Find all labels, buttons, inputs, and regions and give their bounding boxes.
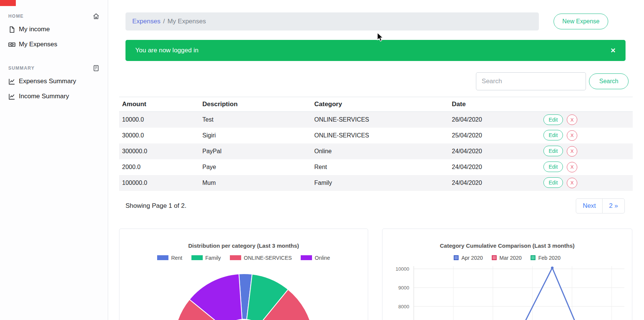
sidebar-header-home: HOME: [8, 13, 99, 20]
edit-button[interactable]: Edit: [543, 130, 563, 140]
cell-date: 24/04/2020: [449, 175, 540, 191]
sidebar: HOME My income My Expenses SUMMARY: [0, 0, 108, 320]
legend-label: Apr 2020: [461, 255, 483, 261]
legend-label: Mar 2020: [499, 255, 522, 261]
row-actions: EditX: [540, 112, 633, 128]
row-actions: EditX: [540, 143, 633, 159]
doughnut-chart: [119, 264, 368, 320]
breadcrumb-current: My Expenses: [167, 18, 206, 25]
money-icon: [8, 41, 15, 48]
alert-close-icon[interactable]: ✕: [610, 47, 616, 55]
col-header-actions: [540, 97, 633, 112]
legend-swatch: [230, 255, 241, 260]
new-expense-button[interactable]: New Expense: [554, 14, 608, 29]
sidebar-header-summary: SUMMARY: [8, 65, 99, 72]
legend-swatch: [191, 255, 203, 260]
edit-button[interactable]: Edit: [543, 177, 563, 188]
cell-category: ONLINE-SERVICES: [311, 128, 449, 143]
sidebar-item-label: Expenses Summary: [19, 78, 76, 85]
legend-item-ONLINE-SERVICES[interactable]: ONLINE-SERVICES: [230, 255, 292, 261]
chart-line-icon: [8, 93, 15, 100]
ledger-icon: [93, 65, 99, 72]
legend-swatch: [157, 255, 168, 260]
sidebar-section-summary: SUMMARY Expenses Summary Income Summary: [0, 65, 108, 104]
page-status: Showing Page 1 of 2.: [125, 202, 187, 210]
cell-amount: 100000.0: [119, 175, 199, 191]
y-axis-tick: 8000: [398, 304, 409, 309]
line-chart-card: Category Cumulative Comparison (Last 3 m…: [382, 229, 632, 320]
breadcrumb-separator: /: [163, 18, 165, 25]
home-icon[interactable]: [93, 13, 99, 20]
pagination-row: Showing Page 1 of 2. Next 2 »: [125, 198, 633, 213]
legend-label: Family: [205, 255, 221, 261]
doughnut-chart-legend: RentFamilyONLINE-SERVICESOnline: [119, 255, 368, 261]
search-bar: Search: [125, 72, 633, 90]
pagination: Next 2 »: [576, 198, 625, 213]
cell-category: Online: [311, 143, 449, 159]
cell-category: Family: [311, 175, 449, 191]
table-row: 300000.0PayPalOnline24/04/2020EditX: [119, 143, 633, 159]
sidebar-item-label: My income: [19, 26, 50, 33]
table-row: 2000.0PayeRent24/04/2020EditX: [119, 159, 633, 175]
y-axis-tick: 10000: [396, 266, 409, 272]
legend-swatch: [531, 255, 535, 260]
sidebar-item-expenses-summary[interactable]: Expenses Summary: [8, 74, 99, 89]
cell-category: ONLINE-SERVICES: [311, 112, 449, 128]
legend-label: ONLINE-SERVICES: [244, 255, 292, 261]
breadcrumb: Expenses / My Expenses: [125, 12, 539, 30]
sidebar-item-my-income[interactable]: My income: [8, 22, 99, 37]
cell-amount: 2000.0: [119, 159, 199, 175]
alert-message: You are now logged in: [135, 47, 199, 54]
col-header-description: Description: [199, 97, 311, 112]
legend-label: Online: [315, 255, 330, 261]
legend-label: Rent: [171, 255, 182, 261]
doughnut-chart-title: Distribution per category (Last 3 months…: [119, 242, 368, 249]
cell-date: 24/04/2020: [449, 143, 540, 159]
charts-row: Distribution per category (Last 3 months…: [119, 229, 633, 320]
edit-button[interactable]: Edit: [543, 114, 563, 125]
cell-description: Mum: [199, 175, 311, 191]
row-actions: EditX: [540, 128, 633, 143]
delete-button[interactable]: X: [567, 146, 577, 157]
success-alert: You are now logged in ✕: [125, 40, 626, 61]
cell-description: Test: [199, 112, 311, 128]
col-header-category: Category: [311, 97, 449, 112]
legend-item-Apr 2020[interactable]: Apr 2020: [454, 255, 483, 261]
line-series-Apr 2020: [513, 268, 592, 320]
search-input[interactable]: [476, 72, 586, 90]
pagination-next-button[interactable]: Next: [576, 198, 603, 213]
line-chart-title: Category Cumulative Comparison (Last 3 m…: [382, 242, 632, 249]
table-row: 100000.0MumFamily24/04/2020EditX: [119, 175, 633, 191]
cell-amount: 10000.0: [119, 112, 199, 128]
expenses-table: Amount Description Category Date 10000.0…: [119, 97, 633, 191]
cell-description: Sigiri: [199, 128, 311, 143]
legend-item-Online[interactable]: Online: [301, 255, 330, 261]
legend-label: Feb 2020: [538, 255, 560, 261]
edit-button[interactable]: Edit: [543, 162, 563, 172]
table-header-row: Amount Description Category Date: [119, 97, 633, 112]
delete-button[interactable]: X: [567, 114, 577, 125]
legend-item-Mar 2020[interactable]: Mar 2020: [492, 255, 522, 261]
sidebar-item-income-summary[interactable]: Income Summary: [8, 89, 99, 104]
delete-button[interactable]: X: [567, 162, 577, 172]
breadcrumb-link-expenses[interactable]: Expenses: [132, 18, 161, 25]
edit-button[interactable]: Edit: [543, 146, 563, 156]
legend-item-Rent[interactable]: Rent: [157, 255, 182, 261]
sidebar-header-home-label: HOME: [8, 14, 24, 19]
delete-button[interactable]: X: [567, 130, 577, 141]
row-actions: EditX: [540, 159, 633, 175]
row-actions: EditX: [540, 175, 633, 191]
file-icon: [8, 26, 15, 33]
search-button[interactable]: Search: [589, 73, 629, 89]
legend-item-Feb 2020[interactable]: Feb 2020: [531, 255, 560, 261]
sidebar-item-my-expenses[interactable]: My Expenses: [8, 37, 99, 52]
delete-button[interactable]: X: [567, 178, 577, 188]
page-header: Expenses / My Expenses New Expense: [125, 12, 633, 30]
legend-item-Family[interactable]: Family: [191, 255, 221, 261]
pagination-page-2-button[interactable]: 2 »: [602, 198, 625, 213]
y-axis-tick: 9000: [398, 285, 409, 291]
legend-swatch: [454, 255, 459, 260]
legend-swatch: [492, 255, 497, 260]
cell-amount: 300000.0: [119, 143, 199, 159]
chart-line-icon: [8, 78, 15, 85]
